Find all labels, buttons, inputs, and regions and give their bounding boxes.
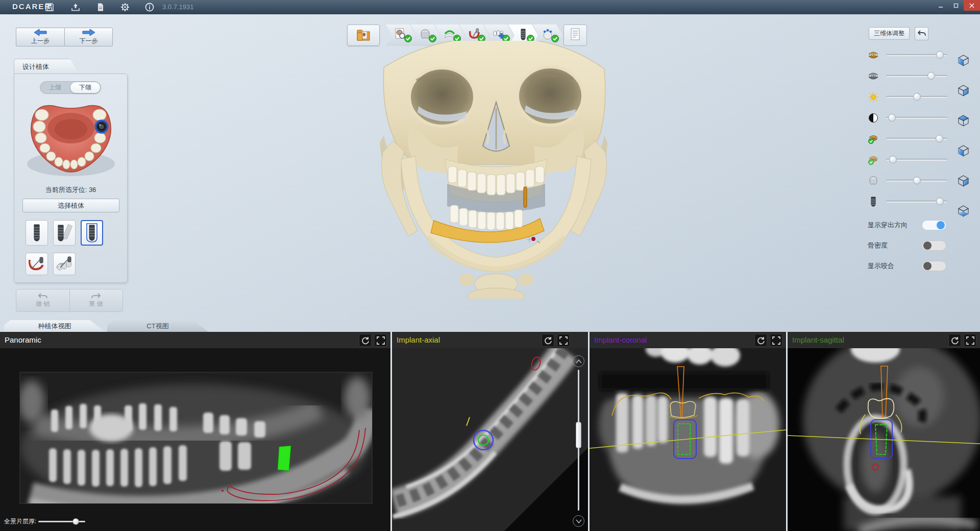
lower-arch-ok-slider-row	[867, 154, 947, 166]
reset-adjust-button[interactable]	[915, 27, 928, 40]
volume-adjust-button[interactable]: 三维体调整	[869, 27, 910, 40]
select-implant-button[interactable]: 选择植体	[22, 199, 119, 212]
screenshot-icon[interactable]	[92, 2, 109, 13]
dental-arch-selector[interactable]	[21, 99, 120, 180]
3d-volume-view[interactable]	[352, 41, 607, 299]
implant-slider-knob[interactable]	[936, 198, 944, 205]
toggle-switch-0[interactable]	[922, 220, 946, 230]
reset-view-icon[interactable]	[754, 334, 767, 347]
selected-tooth-line: 当前所选牙位: 36	[14, 185, 127, 195]
panoramic-header: Panoramic	[0, 332, 390, 348]
undo-icon	[38, 293, 48, 300]
jaw-colored-icon	[867, 50, 880, 61]
maximize-button[interactable]	[948, 0, 964, 11]
teeth-implant-tool-button[interactable]	[53, 253, 76, 275]
tab-ct-view[interactable]: CT视图	[107, 320, 208, 332]
axial-header: Implant-axial	[392, 332, 588, 348]
crown-slider[interactable]	[886, 180, 947, 182]
scroll-down-icon[interactable]	[573, 515, 584, 527]
pano-lesion	[89, 414, 133, 442]
implant-icon	[867, 196, 880, 207]
export-icon[interactable]	[67, 2, 84, 13]
view-orientation-cubes	[957, 54, 970, 234]
chin-annotation-dot	[531, 237, 535, 241]
jaw-colored-slider-knob[interactable]	[936, 51, 944, 59]
about-info-icon[interactable]	[141, 2, 158, 13]
brightness-slider[interactable]	[886, 96, 947, 98]
view-cube-left[interactable]	[957, 144, 970, 158]
brightness-slider-knob[interactable]	[913, 93, 921, 101]
undo-button[interactable]: 撤 销	[16, 289, 70, 311]
toggle-switch-2[interactable]	[922, 261, 946, 271]
jaw-implant-tool-button[interactable]	[26, 253, 48, 275]
reset-view-icon[interactable]	[359, 334, 372, 347]
contrast-icon	[867, 112, 880, 124]
redo-icon	[91, 293, 101, 300]
redo-button[interactable]: 重 做	[70, 289, 123, 311]
coronal-header: Implant-coronal	[590, 332, 786, 348]
axial-image[interactable]	[392, 348, 588, 531]
jaw-colored-slider[interactable]	[886, 54, 947, 56]
tilted-implant-button[interactable]	[53, 220, 76, 246]
outlined-implant-icon	[85, 223, 99, 243]
arrow-left-icon	[34, 29, 47, 36]
design-implant-tab[interactable]: 设计植体	[14, 59, 79, 74]
display-toggles: 显示穿出方向骨密度显示咬合	[868, 220, 946, 281]
close-button[interactable]	[964, 0, 980, 11]
scrollbar-thumb[interactable]	[576, 422, 581, 448]
save-icon[interactable]	[41, 2, 58, 13]
selected-tooth-value: 36	[89, 186, 96, 194]
implant-slider[interactable]	[886, 201, 947, 203]
lower-arch-ok-slider-knob[interactable]	[889, 156, 897, 163]
undo-arrow-icon	[918, 30, 926, 37]
reset-view-icon[interactable]	[948, 334, 961, 347]
contrast-slider-knob[interactable]	[888, 114, 896, 122]
lower-jaw-option[interactable]: 下颌	[70, 82, 101, 93]
crown-slider-knob[interactable]	[913, 177, 921, 184]
tab-implant-view[interactable]: 种植体视图	[4, 320, 105, 332]
sagittal-image[interactable]	[788, 348, 980, 531]
case-folder-icon	[356, 28, 371, 42]
panoramic-title: Panoramic	[5, 335, 41, 344]
panoramic-image[interactable]	[0, 348, 390, 531]
outlined-implant-button[interactable]	[81, 220, 103, 246]
sagittal-pane: Implant-sagittal	[788, 332, 980, 531]
crown-slider-row	[867, 175, 947, 187]
view-cube-back[interactable]	[957, 174, 970, 188]
view-cube-front[interactable]	[957, 54, 970, 67]
fullscreen-icon[interactable]	[557, 334, 570, 347]
coronal-image[interactable]	[590, 348, 786, 531]
scroll-up-icon[interactable]	[573, 355, 584, 367]
toggle-switch-1[interactable]	[922, 240, 946, 251]
axial-title: Implant-axial	[397, 335, 440, 344]
upper-arch-ok-slider[interactable]	[886, 138, 947, 140]
fullscreen-icon[interactable]	[770, 334, 782, 347]
fullscreen-icon[interactable]	[374, 334, 387, 347]
jaw-gray-slider[interactable]	[886, 75, 947, 77]
pano-thickness-slider[interactable]	[38, 521, 85, 522]
minimize-button[interactable]	[933, 0, 948, 11]
view-cube-right[interactable]	[957, 84, 970, 98]
jaw-implant-measure-icon	[28, 256, 45, 272]
sagittal-title: Implant-sagittal	[792, 335, 844, 344]
pano-thickness-knob[interactable]	[72, 518, 79, 525]
upper-jaw-option[interactable]: 上颌	[40, 82, 70, 93]
fullscreen-icon[interactable]	[964, 334, 976, 347]
jaw-colored-slider-row	[867, 49, 947, 61]
contrast-slider[interactable]	[886, 117, 947, 119]
axial-pane: Implant-axial	[392, 332, 588, 531]
view-cube-top[interactable]	[957, 114, 970, 128]
straight-implant-icon	[31, 224, 42, 242]
straight-implant-button[interactable]	[26, 220, 48, 246]
settings-gear-icon[interactable]	[116, 2, 134, 13]
view-cube-bottom[interactable]	[957, 204, 970, 218]
jaw-gray-slider-row	[867, 70, 947, 82]
implant-position-marker	[95, 120, 108, 133]
upper-arch-ok-slider-knob[interactable]	[936, 135, 943, 142]
next-step-button[interactable]: 下一步	[64, 28, 113, 46]
previous-step-button[interactable]: 上一步	[16, 28, 64, 46]
jaw-gray-slider-knob[interactable]	[927, 72, 935, 80]
reset-view-icon[interactable]	[542, 334, 554, 347]
application-window: DCARER 3.0.7.1931 上一	[0, 0, 980, 531]
lower-arch-ok-slider[interactable]	[886, 159, 947, 161]
